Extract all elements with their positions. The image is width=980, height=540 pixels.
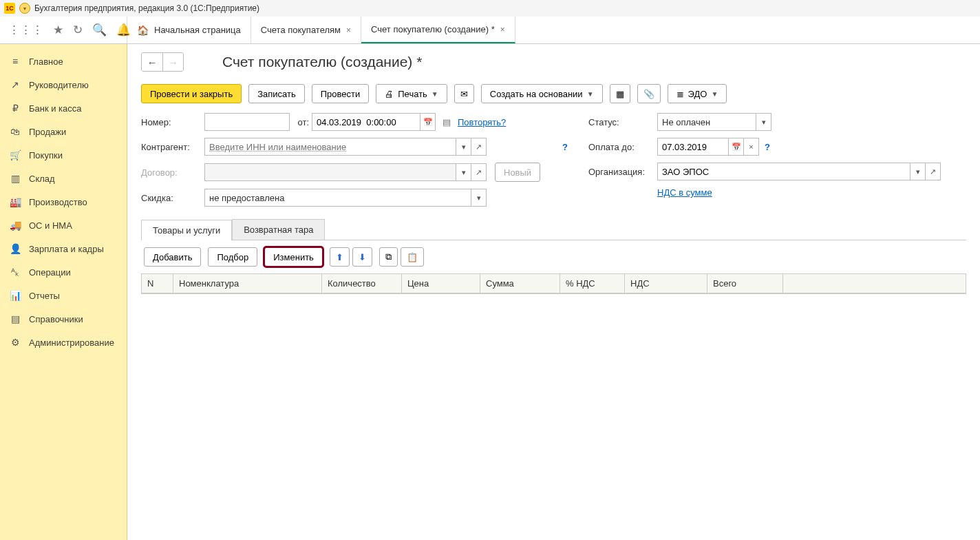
clear-icon[interactable]: ×	[744, 138, 759, 156]
sidebar-item-label: Банк и касса	[29, 103, 82, 114]
col-vat[interactable]: НДС	[625, 274, 707, 293]
sidebar-item-purchases[interactable]: 🛒Покупки	[0, 143, 127, 167]
status-value: Не оплачен	[662, 117, 710, 127]
help-icon[interactable]: ?	[562, 142, 568, 152]
home-icon: 🏠	[137, 25, 149, 36]
tab-invoice-create-label: Счет покупателю (создание) *	[371, 24, 495, 34]
structure-button[interactable]: ▦	[610, 84, 630, 103]
dropdown-icon[interactable]: ▾	[456, 163, 471, 181]
tab-home-label: Начальная страница	[154, 25, 241, 35]
print-button[interactable]: 🖨Печать▼	[376, 84, 447, 103]
dropdown-icon[interactable]: ▾	[756, 113, 771, 131]
status-select[interactable]: Не оплачен	[657, 113, 756, 131]
mail-button[interactable]: ✉	[454, 84, 474, 103]
sidebar-item-manager[interactable]: ↗Руководителю	[0, 73, 127, 96]
vat-link[interactable]: НДС в сумме	[657, 187, 712, 198]
pick-button[interactable]: Подбор	[208, 247, 257, 267]
col-rest	[783, 274, 966, 293]
history-icon[interactable]: ↻	[73, 23, 83, 37]
forward-button[interactable]: →	[162, 53, 183, 71]
save-button[interactable]: Записать	[248, 84, 305, 103]
sidebar-item-main[interactable]: ≡Главное	[0, 50, 127, 73]
create-based-button[interactable]: Создать на основании▼	[481, 84, 603, 103]
search-icon[interactable]: 🔍	[92, 23, 107, 37]
discount-label: Скидка:	[141, 193, 204, 203]
col-nomenclature[interactable]: Номенклатура	[173, 274, 322, 293]
paste-button[interactable]: 📋	[401, 247, 424, 267]
help-icon[interactable]: ?	[765, 142, 770, 152]
dropdown-icon[interactable]: ▾	[471, 189, 487, 207]
paydue-input[interactable]	[657, 138, 729, 156]
add-row-button[interactable]: Добавить	[144, 247, 201, 267]
subtab-goods[interactable]: Товары и услуги	[141, 220, 232, 240]
open-icon[interactable]: ↗	[471, 138, 487, 156]
copy-button[interactable]: ⧉	[379, 247, 398, 267]
tab-invoice-create[interactable]: Счет покупателю (создание) * ×	[361, 17, 515, 43]
repeat-link[interactable]: Повторять?	[458, 117, 506, 127]
from-label: от:	[290, 117, 309, 127]
doc-icon[interactable]: ▤	[443, 117, 451, 127]
sidebar-item-bank[interactable]: ₽Банк и касса	[0, 96, 127, 120]
sidebar-item-operations[interactable]: ᴬₖОперации	[0, 260, 127, 284]
attach-button[interactable]: 📎	[637, 84, 661, 103]
number-input[interactable]	[204, 113, 290, 131]
sidebar-item-admin[interactable]: ⚙Администрирование	[0, 331, 127, 354]
truck-icon: 🚚	[10, 220, 21, 231]
tab-invoices[interactable]: Счета покупателям ×	[251, 17, 361, 43]
app-menu-icon[interactable]: ▾	[19, 3, 30, 14]
open-icon[interactable]: ↗	[926, 163, 941, 180]
sidebar-item-production[interactable]: 🏭Производство	[0, 190, 127, 214]
open-icon[interactable]: ↗	[471, 163, 487, 181]
sidebar-item-label: Склад	[29, 174, 55, 184]
status-label: Статус:	[588, 117, 657, 127]
star-icon[interactable]: ★	[53, 23, 63, 37]
calendar-icon[interactable]: 📅	[420, 113, 436, 131]
sidebar-item-stock[interactable]: ▥Склад	[0, 167, 127, 190]
post-close-button[interactable]: Провести и закрыть	[141, 84, 242, 103]
sidebar-item-label: Справочники	[29, 314, 83, 324]
edo-icon: ≣	[677, 89, 684, 99]
col-total[interactable]: Всего	[707, 274, 783, 293]
discount-select[interactable]: не предоставлена	[204, 189, 471, 207]
gear-icon: ⚙	[10, 337, 21, 348]
col-price[interactable]: Цена	[402, 274, 480, 293]
edit-button[interactable]: Изменить	[264, 247, 323, 267]
apps-icon[interactable]: ⋮⋮⋮	[8, 23, 43, 37]
close-icon[interactable]: ×	[346, 25, 351, 35]
sidebar-item-hr[interactable]: 👤Зарплата и кадры	[0, 237, 127, 260]
dropdown-icon[interactable]: ▾	[910, 163, 926, 180]
post-button[interactable]: Провести	[312, 84, 370, 103]
col-quantity[interactable]: Количество	[322, 274, 402, 293]
sidebar-item-label: Покупки	[29, 150, 63, 160]
sidebar-item-sales[interactable]: 🛍Продажи	[0, 120, 127, 143]
calendar-icon[interactable]: 📅	[729, 138, 744, 156]
caret-down-icon: ▼	[432, 90, 438, 98]
new-contract-button[interactable]: Новый	[495, 163, 540, 182]
sub-tabs: Товары и услуги Возвратная тара	[141, 219, 966, 240]
tab-home[interactable]: 🏠 Начальная страница	[127, 17, 251, 43]
edo-button[interactable]: ≣ЭДО▼	[668, 84, 727, 103]
col-vat-percent[interactable]: % НДС	[560, 274, 625, 293]
sidebar-item-label: Операции	[29, 267, 71, 278]
col-n[interactable]: N	[142, 274, 173, 293]
close-icon[interactable]: ×	[500, 25, 505, 34]
subtab-tare[interactable]: Возвратная тара	[232, 219, 325, 240]
sidebar-item-assets[interactable]: 🚚ОС и НМА	[0, 214, 127, 237]
org-input[interactable]	[657, 163, 910, 180]
mail-icon: ✉	[460, 89, 468, 99]
move-down-button[interactable]: ⬇	[352, 247, 372, 267]
boxes-icon: ▥	[10, 173, 21, 184]
structure-icon: ▦	[616, 89, 624, 99]
counterparty-input[interactable]	[204, 138, 456, 156]
sidebar-item-reports[interactable]: 📊Отчеты	[0, 284, 127, 307]
back-button[interactable]: ←	[142, 53, 162, 71]
sidebar-item-catalogs[interactable]: ▤Справочники	[0, 307, 127, 331]
col-sum[interactable]: Сумма	[480, 274, 560, 293]
quick-icons: ⋮⋮⋮ ★ ↻ 🔍 🔔	[0, 17, 127, 43]
contract-input	[204, 163, 456, 181]
date-input[interactable]	[312, 113, 420, 131]
paperclip-icon: 📎	[643, 89, 654, 99]
dropdown-icon[interactable]: ▾	[456, 138, 471, 156]
paydue-label: Оплата до:	[588, 142, 657, 152]
move-up-button[interactable]: ⬆	[330, 247, 350, 267]
